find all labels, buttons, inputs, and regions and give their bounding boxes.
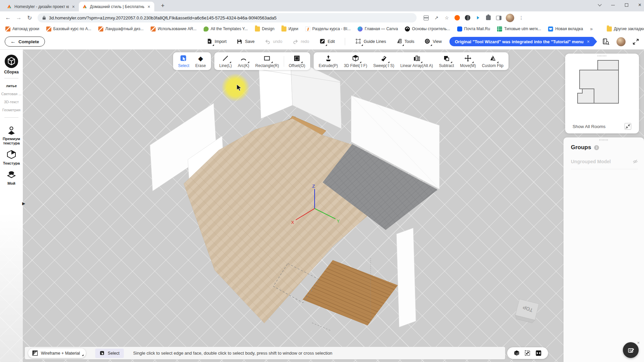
bookmark-item[interactable]: Главная — Canva — [358, 26, 398, 32]
share-icon[interactable]: ↗ — [433, 14, 440, 21]
tab-homestyler[interactable]: Homestyler - дизайн проект ква × — [3, 2, 79, 11]
address-bar[interactable]: 3d.homestyler.com/?spm=a1zmxy.20722057.0… — [38, 13, 417, 22]
bookmark-item[interactable]: Идеи — [281, 26, 298, 32]
tab-close-icon[interactable]: × — [147, 4, 151, 9]
tool-line[interactable]: Line(L) — [216, 54, 235, 68]
bookmark-item[interactable]: Разделы курса - BI... — [305, 26, 351, 32]
toolbar-actions: Import Save undo redo Edit Guide Lines — [206, 34, 442, 50]
import-button[interactable]: Import — [206, 38, 226, 45]
tool-arc[interactable]: Arc(K) — [235, 54, 252, 68]
feedback-note-icon — [627, 346, 635, 354]
sidebar-item-my[interactable]: Мой — [6, 170, 16, 186]
zoom-extents-icon[interactable] — [524, 350, 531, 356]
tool-sweep[interactable]: Sweep(⇧S) — [370, 54, 397, 68]
bookmark-item[interactable]: Типовые utm метк... — [497, 26, 541, 32]
tool-move[interactable]: Move(M) — [457, 54, 479, 68]
active-tool-chip[interactable]: Select — [95, 349, 124, 358]
tool-subtract[interactable]: Subtract — [436, 54, 457, 68]
close-window-icon[interactable]: × — [638, 2, 641, 8]
tab-search-icon[interactable] — [598, 2, 601, 6]
banner-close-icon[interactable]: × — [587, 39, 590, 44]
ungrouped-model-row[interactable]: Ungrouped Model — [571, 159, 638, 169]
forward-button[interactable]: → — [14, 14, 23, 21]
tools-button[interactable]: Tools — [396, 38, 414, 45]
bookmark-item[interactable]: Почта Mail.Ru — [457, 26, 490, 32]
bookmark-item[interactable]: Design — [255, 26, 274, 32]
bookmarks-overflow-icon[interactable]: » — [590, 26, 593, 32]
tool-select[interactable]: Select — [175, 54, 192, 68]
translate-icon[interactable] — [423, 14, 429, 21]
url-text: 3d.homestyler.com/?spm=a1zmxy.20722057.0… — [49, 15, 276, 20]
guide-lines-button[interactable]: Guide Lines — [355, 38, 386, 45]
sidebar-item-cast[interactable]: литье — [6, 84, 17, 88]
tab-active[interactable]: Домашний стиль | Бесплатный × — [79, 2, 154, 11]
undo-button[interactable]: undo — [265, 39, 282, 45]
sidebar-item-light[interactable]: Световая ... — [1, 92, 21, 96]
collapse-icon[interactable] — [624, 123, 632, 130]
sidebar-expander[interactable]: ▶ — [22, 201, 25, 206]
info-icon[interactable]: i — [594, 145, 599, 150]
tab-close-icon[interactable]: × — [71, 4, 75, 9]
tool-3d-fillet[interactable]: 3D Fillet(⇧F) — [341, 54, 370, 68]
extension-orange-icon[interactable] — [454, 14, 461, 21]
sidebar-item-texture[interactable]: Текстура — [3, 149, 20, 166]
bookmark-item[interactable]: Ландшафтный диз... — [98, 26, 144, 32]
globe-extension-icon[interactable] — [464, 14, 471, 21]
sidebar-item-premium-texture[interactable]: Премиум текстура — [1, 125, 21, 145]
folder-icon — [607, 26, 612, 32]
bookmark-item[interactable]: Базовый курс по А... — [46, 26, 91, 32]
view-cube[interactable]: TOP — [515, 299, 539, 323]
fullscreen-icon[interactable] — [632, 38, 639, 45]
3d-viewport[interactable]: Z X Y TOP Сборка литье Световая ... 3D-т… — [0, 50, 644, 362]
show-all-rooms-button[interactable]: Show All Rooms — [573, 124, 605, 129]
tool-erase[interactable]: ◆ Erase — [192, 54, 209, 68]
tool-offset[interactable]: Offset(O) — [286, 54, 308, 68]
arc-icon — [240, 55, 247, 62]
tool-custom-flip[interactable]: Custom Flip — [479, 54, 506, 68]
visibility-icon[interactable] — [633, 159, 638, 164]
bookmark-label: Основы строитель... — [412, 26, 450, 31]
reload-button[interactable]: ↻ — [25, 14, 34, 21]
redo-button[interactable]: redo — [292, 39, 309, 45]
feedback-close-icon[interactable]: × — [637, 340, 640, 345]
bookmark-item[interactable]: Автокад уроки — [5, 26, 39, 32]
autocad-icon — [46, 26, 51, 32]
tool-extrude[interactable]: Extrude(P) — [316, 54, 341, 68]
feedback-button[interactable]: × — [623, 342, 639, 358]
display-mode-button[interactable]: Wireframe + Material — [28, 348, 86, 358]
minimize-icon[interactable] — [611, 5, 615, 5]
other-bookmarks-button[interactable]: Другие закладки — [607, 26, 644, 32]
cube-view-icon[interactable] — [514, 350, 520, 356]
autocad-icon — [5, 26, 10, 32]
save-button[interactable]: Save — [236, 39, 255, 45]
drive-extension-icon[interactable] — [475, 14, 481, 21]
bookmark-item[interactable]: All the Templates Y... — [204, 26, 248, 32]
new-tab-button[interactable]: + — [158, 2, 167, 11]
tutorial-search-icon[interactable] — [602, 38, 610, 46]
extensions-puzzle-icon[interactable] — [485, 14, 492, 21]
bookmark-item[interactable]: Основы строитель... — [405, 26, 450, 32]
tool-linear-array[interactable]: Linear Array(Alt A) — [397, 54, 436, 68]
side-panel-icon[interactable] — [495, 14, 502, 21]
profile-avatar[interactable] — [506, 14, 514, 22]
select-tool-icon — [100, 351, 105, 356]
bookmark-item[interactable]: Новая вкладка — [548, 26, 583, 32]
extrude-icon — [325, 55, 332, 62]
user-avatar[interactable] — [616, 37, 626, 46]
folder-icon — [255, 26, 260, 32]
back-button[interactable]: ← — [3, 14, 13, 21]
maximize-icon[interactable] — [625, 3, 628, 7]
sidebar-item-assembly[interactable]: Сборка — [4, 54, 18, 75]
sidebar-item-geometry[interactable]: Геометрия — [2, 108, 20, 112]
complete-button[interactable]: ← Complete — [5, 37, 45, 47]
floorplan-minimap[interactable]: Show All Rooms — [565, 54, 639, 133]
sidebar-item-3d-text[interactable]: 3D-текст — [4, 100, 19, 104]
mirror-icon[interactable] — [535, 350, 542, 356]
browser-menu-icon[interactable]: ⋮ — [518, 14, 525, 21]
bookmark-item[interactable]: Использование AR... — [151, 26, 197, 32]
bookmark-star-icon[interactable]: ☆ — [443, 14, 450, 21]
bookmark-label: Автокад уроки — [12, 26, 39, 31]
edit-button[interactable]: Edit — [319, 38, 335, 45]
view-button[interactable]: View — [424, 38, 442, 45]
tool-rectangle[interactable]: Rectangle(R) — [252, 54, 282, 68]
